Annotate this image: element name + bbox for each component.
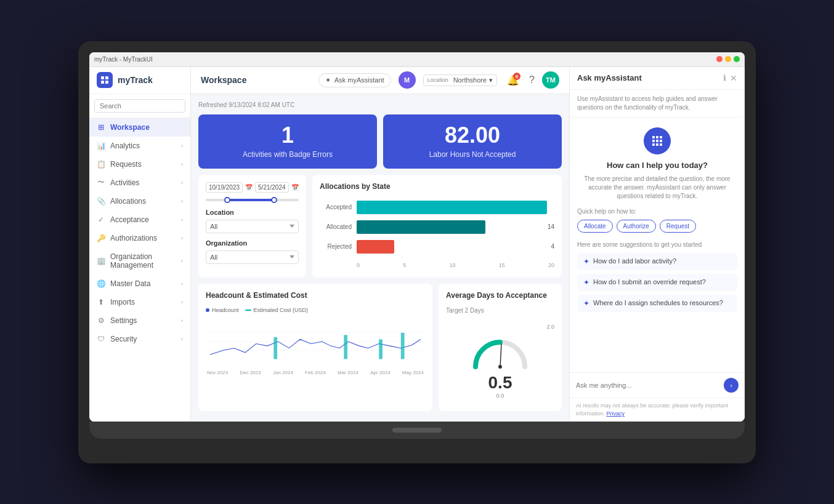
dashboard-row: 10/19/2023 📅 5/21/2024 📅 Location [198,175,562,278]
location-selector[interactable]: Location Northshore ▾ [423,74,497,86]
bar-value-allocated: 14 [548,223,554,230]
sidebar-item-org-mgmt[interactable]: 🏢 Organization Management › [89,247,190,274]
headcount-line-chart [206,317,425,366]
app-name: myTrack [118,75,153,85]
search-input[interactable] [94,99,185,113]
workspace-icon: ⊞ [97,123,105,132]
sidebar-item-allocations[interactable]: 📎 Allocations › [89,192,190,210]
acceptance-icon: ✓ [97,215,105,224]
legend-headcount: Headcount [206,307,239,313]
gauge-value: 0.5 [488,373,512,393]
ask-assistant-button[interactable]: ✦ Ask myAssistant [318,73,391,87]
sidebar-nav: ⊞ Workspace 📊 Analytics › 📋 [89,118,190,422]
send-button[interactable]: › [724,378,739,393]
cost-legend-label: Estimated Cost (USD) [254,307,309,313]
window-title: myTrack - MyTrackUI [94,56,713,63]
location-filter-select[interactable]: All [206,220,299,233]
org-filter-label: Organization [206,239,299,247]
sidebar-item-workspace[interactable]: ⊞ Workspace [89,118,190,137]
assistant-close-icon[interactable]: ✕ [730,73,737,83]
sidebar-item-settings[interactable]: ⚙ Settings › [89,311,190,330]
month-feb: Feb 2024 [305,370,326,375]
assistant-hint: The more precise and detailed the questi… [577,175,737,201]
sidebar-item-imports[interactable]: ⬆ Imports › [89,293,190,311]
assistant-description: Use myAssistant to access help guides an… [570,90,745,118]
sidebar-item-authorizations[interactable]: 🔑 Authorizations › [89,229,190,247]
sidebar-item-acceptance[interactable]: ✓ Acceptance › [89,210,190,229]
close-btn[interactable] [716,56,723,62]
sidebar-item-settings-label: Settings [110,316,137,325]
allocations-bar-chart: Accepted Allocated [320,198,554,262]
master-data-chevron: › [181,281,183,287]
kpi-labor-hours: 82.00 Labor Hours Not Accepted [383,114,562,169]
svg-rect-20 [656,143,658,146]
security-icon: 🛡 [97,335,105,343]
suggestion-1[interactable]: ✦ How do I add labor activity? [577,253,737,270]
authorizations-chevron: › [181,235,183,241]
month-apr: Apr 2024 [370,370,390,375]
quick-help-label: Quick help on how to: [577,208,636,215]
analytics-icon: 📊 [97,142,105,150]
sidebar-item-analytics-label: Analytics [110,142,140,150]
cost-line [245,310,251,311]
month-may: May 2024 [402,370,424,375]
headcount-panel: Headcount & Estimated Cost Headcount Est… [198,284,432,411]
sidebar-item-activities-label: Activities [110,178,139,187]
svg-rect-2 [101,81,104,84]
imports-icon: ⬆ [97,298,105,306]
kpi-row: 1 Activities with Badge Errors 82.00 Lab… [198,114,562,169]
location-value: Northshore [453,76,487,84]
bar-fill-allocated [357,220,485,234]
sidebar-item-requests[interactable]: 📋 Requests › [89,155,190,174]
quick-help-authorize[interactable]: Authorize [617,220,656,233]
kpi2-label: Labor Hours Not Accepted [429,150,516,159]
axis-5: 5 [403,262,406,268]
date-to[interactable]: 5/21/2024 [255,182,289,193]
privacy-link[interactable]: Privacy [607,410,625,417]
svg-rect-0 [101,76,104,79]
assistant-footer: AI results may not always be accurate; p… [570,398,745,421]
notification-button[interactable]: 🔔 0 [504,71,522,89]
date-range: 10/19/2023 📅 5/21/2024 📅 [206,182,299,193]
allocations-chart-panel: Allocations by State Accepted [312,175,562,278]
svg-rect-9 [379,339,383,359]
maximize-btn[interactable] [734,56,740,62]
assistant-input[interactable] [576,382,720,389]
bar-label-allocated: Allocated [320,223,352,230]
help-icon[interactable]: ? [529,74,535,86]
org-filter-select[interactable]: All [206,250,299,264]
suggestion-2[interactable]: ✦ How do I submit an override request? [577,274,737,291]
requests-icon: 📋 [97,160,105,169]
page-title: Workspace [201,75,311,85]
svg-rect-21 [660,143,662,146]
quick-help-request[interactable]: Request [660,220,696,233]
axis-10: 10 [449,262,455,268]
date-from[interactable]: 10/19/2023 [206,182,243,193]
avg-days-panel: Average Days to Acceptance Target 2 Days… [439,284,562,411]
sidebar-item-security[interactable]: 🛡 Security › [89,330,190,348]
headcount-dot [206,308,209,312]
date-range-slider[interactable] [206,199,299,201]
bar-fill-accepted [357,201,547,214]
svg-rect-3 [105,81,108,84]
suggestion-3[interactable]: ✦ Where do I assign schedules to resourc… [577,295,737,312]
suggestion-text-3: Where do I assign schedules to resources… [593,299,723,306]
laptop-shell: myTrack - MyTrackUI myTrack [78,41,756,463]
app-container: myTrack ⊞ Workspace 📊 An [89,67,745,422]
minimize-btn[interactable] [725,56,731,62]
requests-chevron: › [181,161,183,167]
suggestion-icon-3: ✦ [583,299,589,308]
user-avatar-m: M [399,71,416,89]
sidebar-item-imports-label: Imports [110,298,135,306]
footer-text: AI results may not always be accurate; p… [576,402,728,417]
sidebar-item-workspace-label: Workspace [110,123,150,132]
sidebar-item-analytics[interactable]: 📊 Analytics › [89,137,190,155]
quick-help-allocate[interactable]: Allocate [577,220,613,233]
sidebar-item-master-data[interactable]: 🌐 Master Data › [89,274,190,293]
laptop-screen: myTrack - MyTrackUI myTrack [89,52,745,422]
assistant-info-icon[interactable]: ℹ [723,73,726,82]
sidebar-item-activities[interactable]: 〜 Activities › [89,174,190,192]
suggestions-label: Here are some suggestions to get you sta… [577,241,702,248]
bottom-row: Headcount & Estimated Cost Headcount Est… [198,284,562,411]
allocations-chart-title: Allocations by State [320,182,554,191]
